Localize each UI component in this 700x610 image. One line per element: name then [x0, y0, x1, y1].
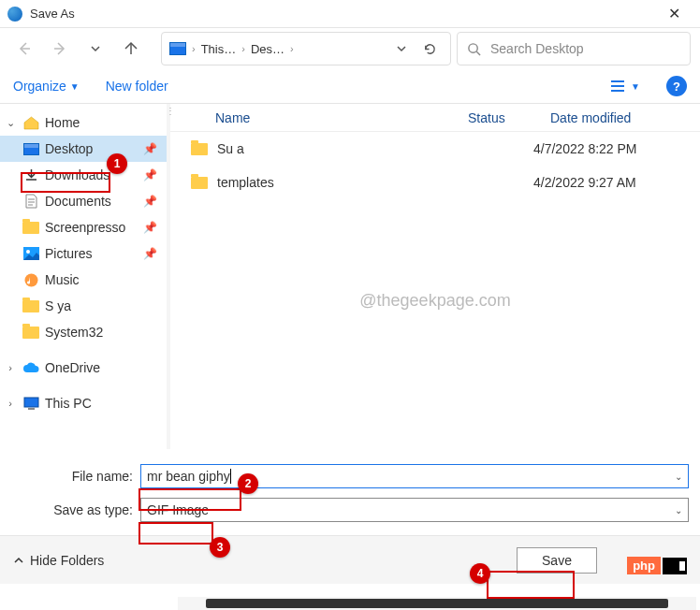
- file-date: 4/7/2022 8:22 PM: [533, 141, 700, 156]
- dropdown-caret-icon[interactable]: ⌄: [675, 505, 682, 516]
- forward-button[interactable]: [45, 34, 75, 64]
- breadcrumb-sep: ›: [241, 43, 245, 54]
- tree-desktop[interactable]: Desktop 📌: [0, 136, 167, 162]
- close-button[interactable]: ✕: [655, 5, 693, 22]
- tree-pictures[interactable]: Pictures 📌: [0, 240, 167, 267]
- tree-label: Pictures: [45, 246, 93, 261]
- address-bar[interactable]: › This… › Des… ›: [161, 32, 451, 65]
- chevron-right-icon: ›: [4, 362, 17, 373]
- view-toggle[interactable]: ▼: [610, 80, 640, 93]
- window-title: Save As: [30, 7, 655, 21]
- desktop-icon: [22, 141, 39, 156]
- type-value: GIF Image: [147, 502, 209, 517]
- tree-screenpresso[interactable]: Screenpresso 📌: [0, 214, 167, 240]
- breadcrumb-seg-2[interactable]: Des…: [251, 42, 284, 56]
- tree-label: Home: [45, 115, 80, 130]
- type-field[interactable]: GIF Image ⌄: [140, 498, 689, 522]
- cloud-icon: [22, 360, 39, 375]
- caret-down-icon: ▼: [70, 81, 80, 92]
- tree-label: OneDrive: [45, 360, 100, 375]
- home-icon: [22, 115, 39, 130]
- annotation-marker-3: 3: [210, 537, 230, 558]
- tree-downloads[interactable]: Downloads 📌: [0, 162, 167, 188]
- pin-icon: 📌: [143, 142, 157, 155]
- svg-point-2: [26, 250, 30, 254]
- tree-user-folder[interactable]: S ya: [0, 293, 167, 319]
- type-label: Save as type:: [11, 502, 140, 517]
- tree-label: Screenpresso: [45, 220, 125, 235]
- scrollbar-thumb[interactable]: [206, 599, 668, 608]
- help-button[interactable]: ?: [666, 76, 687, 96]
- php-badge-icon: [663, 558, 687, 574]
- toolbar: Organize ▼ New folder ▼ ?: [0, 69, 700, 103]
- hide-folders-toggle[interactable]: Hide Folders: [13, 553, 104, 568]
- text-cursor: [230, 469, 231, 484]
- filename-label: File name:: [11, 469, 140, 484]
- file-row[interactable]: Su a 4/7/2022 8:22 PM: [170, 132, 700, 166]
- tree-label: This PC: [45, 396, 92, 411]
- file-name: templates: [217, 175, 274, 190]
- caret-down-icon: ▼: [631, 81, 640, 92]
- main-area: ⌄ Home Desktop 📌 Downloads 📌 Documents 📌…: [0, 103, 700, 449]
- filename-field[interactable]: mr bean giphy ⌄: [140, 464, 689, 488]
- file-row[interactable]: templates 4/2/2022 9:27 AM: [170, 166, 700, 199]
- chevron-down-icon: ⌄: [4, 117, 17, 129]
- chevron-down-icon: [90, 43, 101, 54]
- back-button[interactable]: [9, 34, 39, 64]
- pin-icon: 📌: [143, 195, 157, 208]
- folder-icon: [22, 220, 39, 235]
- col-name[interactable]: Name: [170, 110, 451, 125]
- search-icon: [467, 42, 481, 56]
- col-date[interactable]: Date modified: [533, 110, 700, 125]
- new-folder-button[interactable]: New folder: [106, 79, 168, 94]
- tree-label: System32: [45, 325, 103, 340]
- arrow-left-icon: [17, 41, 32, 56]
- tree-label: Documents: [45, 194, 111, 209]
- watermark: @thegeekpage.com: [359, 291, 510, 311]
- pin-icon: 📌: [143, 168, 157, 182]
- organize-label: Organize: [13, 79, 66, 94]
- annotation-marker-2: 2: [238, 473, 258, 494]
- file-pane: Name Status Date modified Su a 4/7/2022 …: [170, 104, 700, 449]
- breadcrumb-seg-1[interactable]: This…: [201, 42, 237, 56]
- folder-icon: [22, 325, 39, 340]
- file-name: Su a: [217, 141, 244, 156]
- annotation-marker-4: 4: [470, 563, 490, 584]
- pc-icon: [22, 396, 39, 411]
- search-box[interactable]: [457, 32, 691, 65]
- php-badge: php: [627, 557, 687, 574]
- folder-icon: [22, 298, 39, 313]
- pictures-icon: [22, 246, 39, 261]
- up-button[interactable]: [116, 34, 146, 64]
- organize-menu[interactable]: Organize ▼: [13, 79, 80, 94]
- refresh-button[interactable]: [416, 36, 443, 62]
- tree-documents[interactable]: Documents 📌: [0, 188, 167, 214]
- save-form: File name: mr bean giphy ⌄ Save as type:…: [0, 449, 700, 535]
- save-button[interactable]: Save: [517, 547, 597, 574]
- recent-dropdown[interactable]: [80, 34, 110, 64]
- dropdown-caret-icon[interactable]: ⌄: [675, 472, 682, 482]
- address-dropdown[interactable]: [388, 36, 415, 62]
- file-list[interactable]: Su a 4/7/2022 8:22 PM templates 4/2/2022…: [170, 132, 700, 449]
- svg-point-3: [24, 273, 37, 286]
- annotation-marker-1: 1: [107, 153, 127, 174]
- tree-label: Music: [45, 272, 80, 287]
- list-view-icon: [610, 80, 625, 93]
- refresh-icon: [423, 42, 437, 56]
- breadcrumb-sep: ›: [192, 43, 196, 54]
- tree-home[interactable]: ⌄ Home: [0, 109, 167, 136]
- titlebar: Save As ✕: [0, 0, 700, 28]
- folder-icon: [191, 177, 208, 189]
- search-input[interactable]: [490, 41, 680, 56]
- pin-icon: 📌: [143, 247, 157, 260]
- col-status[interactable]: Status: [451, 110, 533, 125]
- horizontal-scrollbar[interactable]: [178, 597, 696, 610]
- breadcrumb-sep: ›: [290, 43, 294, 54]
- tree-system32[interactable]: System32: [0, 319, 167, 345]
- tree-onedrive[interactable]: › OneDrive: [0, 355, 167, 381]
- chevron-right-icon: ›: [4, 398, 17, 409]
- tree-music[interactable]: Music: [0, 267, 167, 293]
- chevron-up-icon: [13, 555, 24, 566]
- tree-this-pc[interactable]: › This PC: [0, 390, 167, 416]
- chevron-down-icon: [396, 43, 407, 54]
